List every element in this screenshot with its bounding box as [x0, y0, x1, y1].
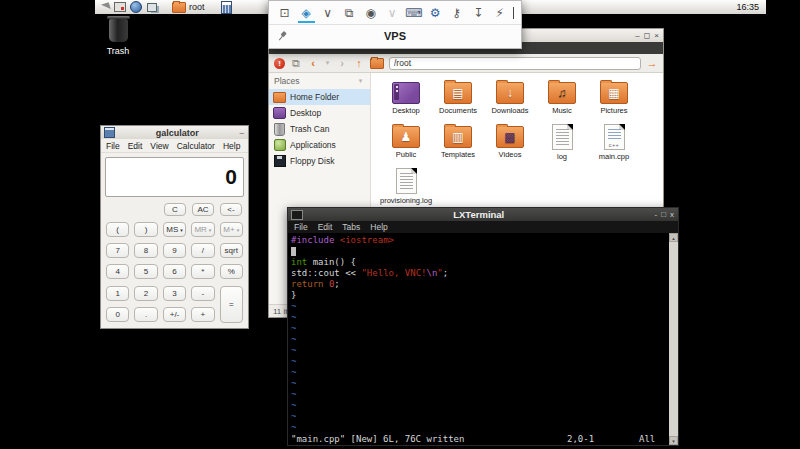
terminal-screen[interactable]: #include <iostream>int main() {std::cout…	[288, 233, 669, 445]
file-templates[interactable]: ▥Templates	[432, 122, 484, 166]
file-downloads[interactable]: ↓Downloads	[484, 78, 536, 122]
path-input[interactable]	[389, 57, 641, 70]
calc-menu-edit[interactable]: Edit	[128, 141, 143, 151]
calc-key-)[interactable]: )	[134, 222, 157, 237]
calc-key-+/-[interactable]: +/-	[163, 307, 186, 322]
chevron-down-icon[interactable]: ∨	[319, 4, 336, 22]
file-log[interactable]: log	[536, 122, 588, 166]
clipboard-icon[interactable]: ⧉	[341, 4, 358, 22]
minimize-button[interactable]: -	[654, 210, 657, 220]
calc-key-m+[interactable]: M+▾	[220, 222, 243, 237]
back-icon[interactable]: ‹	[307, 57, 319, 69]
minimize-button[interactable]: –	[240, 128, 244, 138]
file-videos[interactable]: ▩Videos	[484, 122, 536, 166]
scroll-up-icon[interactable]: ▴	[669, 233, 678, 242]
terminal-menu-edit[interactable]: Edit	[318, 222, 333, 232]
sidebar-item-trash-can[interactable]: Trash Can	[269, 121, 370, 137]
calc-key-mr[interactable]: MR▾	[191, 222, 214, 237]
sidebar-item-floppy-disk[interactable]: Floppy Disk	[269, 153, 370, 169]
display-icon[interactable]	[113, 1, 127, 13]
sidebar-item-applications[interactable]: Applications	[269, 137, 370, 153]
scroll-down-icon[interactable]: ▾	[669, 436, 678, 445]
calc-key-ms[interactable]: MS▾	[163, 222, 186, 237]
calc-key-+[interactable]: +	[191, 307, 214, 322]
forward-icon[interactable]: ›	[336, 57, 348, 69]
calc-key-5[interactable]: 5	[134, 264, 157, 279]
fullscreen-icon[interactable]: ⊡	[276, 4, 293, 22]
terminal-menu-tabs[interactable]: Tabs	[342, 222, 360, 232]
calc-key-*[interactable]: *	[191, 264, 214, 279]
browser-globe-icon[interactable]	[129, 1, 143, 13]
trash-icon	[273, 124, 286, 135]
file-desktop[interactable]: Desktop	[380, 78, 432, 122]
calc-key-1[interactable]: 1	[106, 286, 129, 301]
sidebar-item-desktop[interactable]: Desktop	[269, 105, 370, 121]
close-button[interactable]: x	[670, 210, 674, 220]
calc-key-([interactable]: (	[106, 222, 129, 237]
terminal-titlebar[interactable]: LXTerminal - □ x	[288, 208, 678, 221]
terminal-menu-file[interactable]: File	[294, 222, 308, 232]
calc-key-ac[interactable]: AC	[192, 203, 214, 216]
new-tab-icon[interactable]: ⧉	[290, 57, 302, 70]
calc-key-.[interactable]: .	[134, 307, 157, 322]
calc-key-/[interactable]: /	[191, 243, 214, 258]
pager-icon[interactable]	[145, 1, 159, 13]
taskbar-task-root[interactable]: root	[169, 1, 208, 14]
file-pictures[interactable]: ▦Pictures	[588, 78, 640, 122]
minimize-button[interactable]: –	[635, 31, 639, 41]
places-collapse-icon[interactable]: ▾	[357, 77, 364, 85]
home-icon[interactable]	[370, 58, 384, 69]
file-label: Public	[380, 150, 432, 159]
taskbar-task-calculator[interactable]	[218, 1, 235, 14]
pan-icon[interactable]: ◈	[298, 4, 315, 22]
disconnect-icon[interactable]: ⚡	[491, 4, 508, 22]
calc-key-%[interactable]: %	[220, 264, 243, 279]
go-icon[interactable]: →	[646, 57, 658, 69]
calc-key--[interactable]: -	[191, 286, 214, 301]
file-music[interactable]: ♫Music	[536, 78, 588, 122]
calc-menu-help[interactable]: Help	[223, 141, 240, 151]
calc-key-3[interactable]: 3	[163, 286, 186, 301]
chevron-down-icon-secondary[interactable]: ∨	[384, 4, 401, 22]
calc-menu-view[interactable]: View	[150, 141, 168, 151]
screenshot-icon[interactable]: ◉	[362, 4, 379, 22]
calc-key-6[interactable]: 6	[163, 264, 186, 279]
lxde-menu-icon[interactable]	[97, 1, 111, 13]
usb-icon[interactable]: ↧	[470, 4, 487, 22]
calc-key-9[interactable]: 9	[163, 243, 186, 258]
calc-key-4[interactable]: 4	[106, 264, 129, 279]
alert-icon[interactable]: !	[274, 58, 285, 69]
maximize-button[interactable]: ◻	[644, 31, 651, 41]
file-documents[interactable]: ▤Documents	[432, 78, 484, 122]
desktop-icon-trash[interactable]: Trash	[97, 19, 139, 56]
terminal-menu-help[interactable]: Help	[370, 222, 387, 232]
calc-key-7[interactable]: 7	[106, 243, 129, 258]
calc-menu-calculator[interactable]: Calculator	[177, 141, 215, 151]
up-icon[interactable]: ↑	[353, 57, 365, 69]
vnc-titlebar[interactable]: VPS	[269, 25, 521, 47]
history-chevron-icon[interactable]: ▾	[324, 59, 331, 67]
settings-gear-icon[interactable]: ⚙	[427, 4, 444, 22]
keyboard-icon[interactable]: ⌨	[405, 4, 422, 22]
vim-code-line: }	[291, 290, 669, 301]
calc-key-8[interactable]: 8	[134, 243, 157, 258]
maximize-button[interactable]: □	[661, 210, 666, 220]
calculator-titlebar[interactable]: galculator –	[101, 126, 248, 139]
terminal-scrollbar[interactable]: ▴ ▾	[669, 233, 678, 445]
calc-key-sqrt[interactable]: sqrt	[220, 243, 243, 258]
close-button[interactable]: ×	[654, 31, 659, 41]
calc-key-2[interactable]: 2	[134, 286, 157, 301]
calc-key-<-[interactable]: <-	[220, 203, 242, 216]
key-icon[interactable]: ⚷	[448, 4, 465, 22]
file-label: Videos	[484, 150, 536, 159]
file-public[interactable]: ♟Public	[380, 122, 432, 166]
calc-key-=[interactable]: =	[220, 286, 243, 323]
calc-menu-file[interactable]: File	[106, 141, 120, 151]
vnc-toolbar-window: ⊡◈∨⧉◉∨⌨⚙⚷↧⚡ VPS	[268, 0, 522, 49]
file-main.cpp[interactable]: c++main.cpp	[588, 122, 640, 166]
sidebar-item-home-folder[interactable]: Home Folder	[269, 89, 370, 105]
calc-key-0[interactable]: 0	[106, 307, 129, 322]
calc-key-c[interactable]: C	[164, 203, 186, 216]
file-label: Templates	[432, 150, 484, 159]
file-provisioning.log[interactable]: provisioning.log	[380, 166, 432, 210]
